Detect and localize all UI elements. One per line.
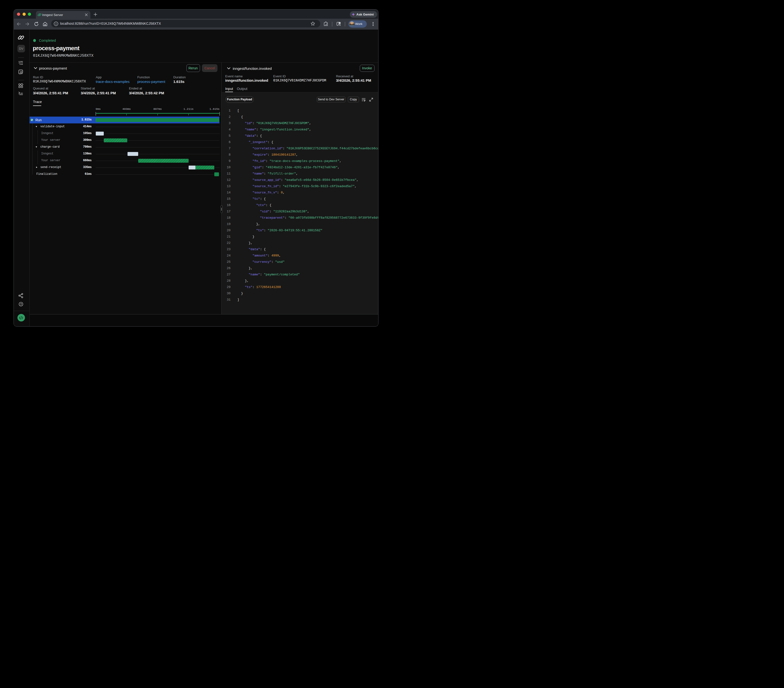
svg-text:?: ? bbox=[20, 303, 21, 306]
